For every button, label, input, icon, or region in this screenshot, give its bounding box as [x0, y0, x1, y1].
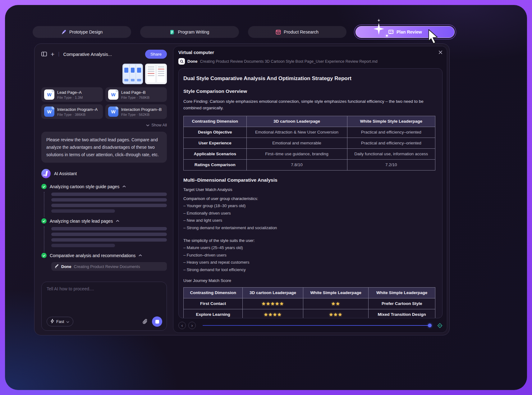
document-viewer: Dual Style Comparative Analysis And Opti…: [178, 68, 443, 318]
pen-icon: [61, 30, 66, 35]
screen: Prototype Design Program Writing Product…: [0, 0, 532, 395]
subsection-heading: User Journey Match Score: [183, 278, 435, 283]
lightning-icon: [51, 319, 54, 324]
close-icon[interactable]: [438, 50, 443, 55]
check-icon: [41, 184, 47, 189]
task-item[interactable]: Analyzing clean style lead pages: [41, 218, 167, 224]
sidebar-toggle-icon[interactable]: [41, 52, 47, 57]
core-finding: Core Finding: Cartoon style emphasizes e…: [183, 98, 435, 111]
tab-prototype-design[interactable]: Prototype Design: [33, 26, 131, 38]
divider: |: [58, 51, 59, 57]
simple-pages-thumbnail[interactable]: [145, 64, 167, 84]
panel-title: Virtual computer: [178, 50, 214, 55]
user-message: Please review the two attached lead page…: [41, 132, 167, 163]
style-comparison-table: Contrasting Dimension 3D cartoon Leaderp…: [183, 116, 435, 170]
table-row: Ratings Comparison 7.8/10 7.2/10: [184, 159, 435, 170]
task-output-skeleton: [51, 193, 167, 213]
document-title: Dual Style Comparative Analysis And Opti…: [183, 75, 435, 82]
app-window: Prototype Design Program Writing Product…: [5, 5, 527, 390]
word-document-icon: W: [108, 107, 118, 117]
composer: Fast: [41, 282, 167, 331]
status-state: Done: [187, 59, 198, 64]
status-text: Creating Product Review Documents 3D Car…: [200, 59, 378, 64]
sparkle-icon: [377, 19, 380, 22]
chevron-down-icon: [146, 123, 149, 127]
search-icon: [178, 58, 185, 65]
chevron-down-icon: [66, 319, 69, 324]
task-block: Analyzing clean style lead pages: [41, 218, 167, 247]
presentation-icon: [388, 30, 394, 35]
show-all-toggle[interactable]: Show All: [41, 123, 167, 127]
chevron-up-icon: [122, 185, 126, 188]
share-button[interactable]: Share: [145, 50, 167, 59]
next-page-button[interactable]: ›: [188, 322, 196, 329]
task-block: Comparative analysis and recommendations…: [41, 253, 167, 271]
table-row: User Experience Emotional and memorable …: [184, 138, 435, 148]
tab-label: Program Writing: [178, 30, 209, 34]
subsection-heading: Target User Match Analysis: [183, 187, 435, 192]
tab-product-research[interactable]: Product Research: [248, 26, 346, 38]
timeline-slider[interactable]: [203, 324, 432, 327]
chat-input[interactable]: [47, 286, 162, 316]
star-rating: ★★★: [303, 309, 369, 318]
chevron-up-icon: [139, 254, 142, 257]
table-row: Applicable Scenarios First–time use guid…: [184, 148, 435, 159]
table-row: Explore Learning ★★★★ ★★★ Mixed Transiti…: [184, 309, 435, 318]
table-row: Design Objective Emotional Attraction & …: [184, 127, 435, 138]
mouse-cursor: [427, 29, 439, 45]
list-title: The simplicity of the style suits the us…: [183, 238, 435, 243]
list-title: Comparison of user group characteristics…: [183, 196, 435, 201]
stop-button[interactable]: [152, 316, 162, 327]
section-heading: Style Comparison Overview: [183, 89, 435, 94]
slider-handle[interactable]: [428, 324, 432, 327]
table-row: First Contact ★★★★★ ★★ Prefer Cartoon St…: [184, 298, 435, 309]
word-document-icon: W: [108, 89, 118, 100]
attachment-thumbnails: [41, 64, 167, 84]
ai-assistant-avatar: [41, 169, 51, 178]
attach-file-icon[interactable]: [143, 319, 148, 325]
status-row: Done Creating Product Review Documents 3…: [178, 58, 443, 65]
word-document-icon: W: [44, 107, 54, 117]
task-output-skeleton: [51, 227, 167, 247]
table-header-row: Contrasting Dimension 3D cartoon Leaderp…: [184, 287, 435, 298]
star-rating: ★★★★: [243, 309, 303, 318]
tab-plan-review[interactable]: Plan Review: [355, 26, 455, 38]
tab-label: Product Research: [284, 30, 319, 34]
file-attachments: W Lead Page–A File Type · 1.3M W Lead Pa…: [41, 87, 167, 119]
task-status-pill[interactable]: Done Creating Product Review Documents: [51, 262, 167, 271]
composer-toolbar: Fast: [47, 316, 162, 327]
cartoon-pages-thumbnail[interactable]: [122, 64, 143, 84]
check-icon: [41, 253, 47, 258]
task-item[interactable]: Analyzing cartoon style guide pages: [41, 184, 167, 189]
chat-header: + | Comparative Analysis... Share: [41, 49, 167, 59]
section-heading: Multi–Dimensional Comparative Analysis: [183, 177, 435, 183]
task-item[interactable]: Comparative analysis and recommendations: [41, 253, 167, 258]
pencil-icon: [54, 264, 59, 269]
tab-label: Plan Review: [397, 30, 422, 34]
file-card[interactable]: W Lead Page–B File Type · 768KB: [105, 87, 167, 102]
research-chart-icon: [276, 30, 281, 35]
tab-program-writing[interactable]: Program Writing: [140, 26, 239, 38]
live-follow-icon[interactable]: [437, 323, 443, 328]
star-rating: ★★★★★: [243, 298, 303, 309]
main-window: + | Comparative Analysis... Share: [34, 43, 450, 335]
table-header-row: Contrasting Dimension 3D cartoon Leaderp…: [184, 116, 435, 127]
user-journey-table: Contrasting Dimension 3D cartoon Leaderp…: [183, 287, 435, 318]
top-nav: Prototype Design Program Writing Product…: [33, 26, 455, 38]
prev-page-button[interactable]: ‹: [178, 322, 186, 329]
mode-selector[interactable]: Fast: [47, 317, 73, 326]
file-card[interactable]: W Interaction Program–A File Type · 386K…: [41, 104, 103, 119]
assistant-header: AI Assistant: [41, 169, 167, 178]
viewer-controls: ‹ ›: [178, 321, 443, 329]
word-document-icon: W: [44, 89, 54, 100]
virtual-computer-panel: Virtual computer Done Creating Product R…: [173, 46, 447, 333]
task-block: Analyzing cartoon style guide pages: [41, 184, 167, 213]
file-card[interactable]: W Interaction Program–B File Type · 562K…: [105, 104, 167, 119]
writing-doc-icon: [170, 30, 175, 35]
sparkle-dot: [386, 35, 388, 37]
file-card[interactable]: W Lead Page–A File Type · 1.3M: [41, 87, 103, 102]
chat-title: Comparative Analysis...: [63, 52, 141, 57]
new-chat-icon[interactable]: +: [51, 51, 54, 57]
star-rating: ★★: [303, 298, 369, 309]
tab-label: Prototype Design: [69, 30, 103, 34]
